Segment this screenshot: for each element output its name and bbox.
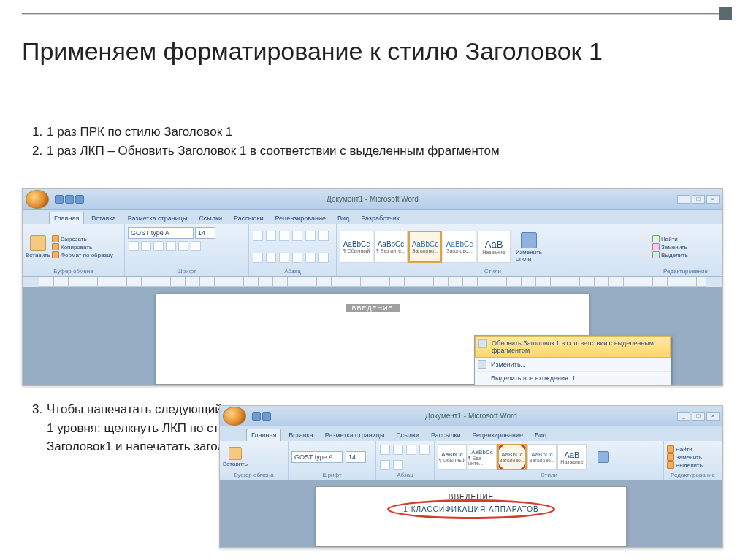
menu-modify-style[interactable]: Изменить... [475, 358, 671, 372]
close-button[interactable]: × [706, 195, 720, 204]
tab-review[interactable]: Рецензирование [270, 212, 330, 224]
para-button[interactable] [419, 445, 430, 455]
select-button[interactable]: Выделить [652, 251, 688, 258]
align-right-button[interactable] [279, 253, 289, 263]
list-number: 3. [22, 400, 47, 456]
find-button[interactable]: Найти [667, 445, 703, 453]
style-name: Заголово... [412, 248, 438, 253]
bold-button[interactable] [129, 241, 139, 251]
replace-button[interactable]: Заменить [667, 453, 703, 461]
style-no-spacing[interactable]: AaBbCc ¶ Без инте... [468, 444, 497, 470]
numbering-button[interactable] [266, 231, 276, 241]
shading-button[interactable] [305, 253, 316, 263]
ribbon-tabs: Главная Вставка Разметка страницы Ссылки… [220, 426, 722, 441]
instruction-list-a: 1. 1 раз ПРК по стилю Заголовок 1 2. 1 р… [22, 123, 500, 160]
paste-button[interactable]: Вставить [26, 235, 50, 258]
document-area[interactable]: ВВЕДЕНИЕ Обновить Заголовок 1 в соответс… [23, 287, 722, 385]
minimize-button[interactable]: _ [677, 195, 690, 204]
document-area[interactable]: ВВЕДЕНИЕ 1 КЛАССИФИКАЦИЯ АППАРАТОВ [220, 480, 722, 547]
multilevel-button[interactable] [279, 231, 289, 241]
group-font: GOST type A 14 Шрифт [289, 441, 376, 480]
indent-dec-button[interactable] [292, 231, 302, 241]
style-title[interactable]: АаВ Название [557, 444, 587, 470]
para-button[interactable] [380, 445, 390, 455]
cut-button[interactable]: Вырезать [52, 235, 113, 242]
tab-view[interactable]: Вид [333, 212, 354, 224]
bullets-button[interactable] [253, 231, 263, 241]
document-page[interactable]: ВВЕДЕНИЕ 1 КЛАССИФИКАЦИЯ АППАРАТОВ [316, 486, 627, 547]
tab-review[interactable]: Рецензирование [468, 429, 527, 441]
select-button[interactable]: Выделить [667, 461, 703, 469]
para-button[interactable] [393, 445, 403, 455]
qat-save-icon[interactable] [252, 412, 261, 421]
style-normal[interactable]: AaBbCc ¶ Обычный [438, 444, 467, 470]
qat-undo-icon[interactable] [262, 412, 271, 421]
font-size-combo[interactable]: 14 [195, 227, 215, 239]
font-color-button[interactable] [191, 241, 201, 251]
maximize-button[interactable]: □ [692, 412, 705, 421]
office-button[interactable] [26, 190, 49, 209]
tab-mailings[interactable]: Рассылки [229, 212, 267, 224]
sort-button[interactable] [318, 231, 329, 241]
strike-button[interactable] [166, 241, 176, 251]
ribbon-tabs: Главная Вставка Разметка страницы Ссылки… [23, 210, 722, 224]
tab-developer[interactable]: Разработчик [356, 212, 403, 224]
menu-update-style[interactable]: Обновить Заголовок 1 в соответствии с вы… [475, 336, 671, 358]
window-titlebar: Документ1 - Microsoft Word _ □ × [23, 189, 722, 210]
quick-access-toolbar[interactable] [252, 412, 271, 421]
style-heading1-circled[interactable]: AaBbCc Заголово... [497, 444, 527, 470]
minimize-button[interactable]: _ [677, 412, 690, 421]
copy-button[interactable]: Копировать [52, 243, 113, 250]
format-painter-button[interactable]: Формат по образцу [52, 251, 113, 258]
paste-button[interactable]: Вставить [223, 447, 248, 467]
tab-home[interactable]: Главная [246, 429, 281, 441]
underline-button[interactable] [153, 241, 164, 251]
tab-view[interactable]: Вид [530, 429, 551, 441]
find-button[interactable]: Найти [652, 235, 688, 242]
tab-home[interactable]: Главная [49, 212, 84, 224]
tab-layout[interactable]: Разметка страницы [123, 212, 192, 224]
maximize-button[interactable]: □ [692, 195, 705, 204]
font-size-combo[interactable]: 14 [346, 451, 366, 463]
para-button[interactable] [406, 445, 416, 455]
close-button[interactable]: × [706, 412, 720, 421]
tab-mailings[interactable]: Рассылки [427, 429, 465, 441]
borders-button[interactable] [318, 253, 329, 263]
tab-references[interactable]: Ссылки [392, 429, 424, 441]
paste-label: Вставить [223, 461, 248, 467]
qat-save-icon[interactable] [55, 195, 64, 204]
style-heading2[interactable]: AaBbCc Заголово... [443, 231, 476, 263]
style-normal[interactable]: AaBbCc ¶ Обычный [340, 231, 373, 263]
replace-button[interactable]: Заменить [652, 243, 688, 250]
font-name-combo[interactable]: GOST type A [128, 227, 194, 239]
indent-inc-button[interactable] [305, 231, 316, 241]
tab-insert[interactable]: Вставка [87, 212, 120, 224]
align-center-button[interactable] [266, 253, 276, 263]
horizontal-ruler[interactable] [39, 277, 706, 287]
highlight-button[interactable] [178, 241, 188, 251]
qat-undo-icon[interactable] [65, 195, 74, 204]
tab-references[interactable]: Ссылки [194, 212, 226, 224]
align-left-button[interactable] [253, 253, 263, 263]
tab-insert[interactable]: Вставка [284, 429, 317, 441]
menu-select-all[interactable]: Выделить все вхождения: 1 [475, 372, 671, 386]
style-title[interactable]: АаВ Название [477, 231, 511, 263]
style-heading2[interactable]: AaBbCc Заголово... [527, 444, 557, 470]
change-styles-button[interactable]: Изменить стили [516, 232, 541, 262]
change-styles-button[interactable] [591, 451, 616, 463]
tab-layout[interactable]: Разметка страницы [321, 429, 389, 441]
quick-access-toolbar[interactable] [55, 195, 84, 204]
italic-button[interactable] [141, 241, 151, 251]
style-no-spacing[interactable]: AaBbCc ¶ Без инте... [374, 231, 408, 263]
justify-button[interactable] [292, 253, 302, 263]
find-icon [667, 445, 674, 453]
para-button[interactable] [380, 460, 390, 470]
office-button[interactable] [223, 407, 246, 426]
style-name: Название [482, 250, 505, 255]
qat-redo-icon[interactable] [75, 195, 84, 204]
group-clipboard: Вставить Буфер обмена [220, 441, 289, 480]
font-name-combo[interactable]: GOST type A [291, 451, 343, 463]
para-button[interactable] [393, 460, 403, 470]
doc-heading-selected[interactable]: ВВЕДЕНИЕ [346, 304, 399, 312]
style-heading1[interactable]: AaBbCc Заголово... [408, 231, 442, 263]
